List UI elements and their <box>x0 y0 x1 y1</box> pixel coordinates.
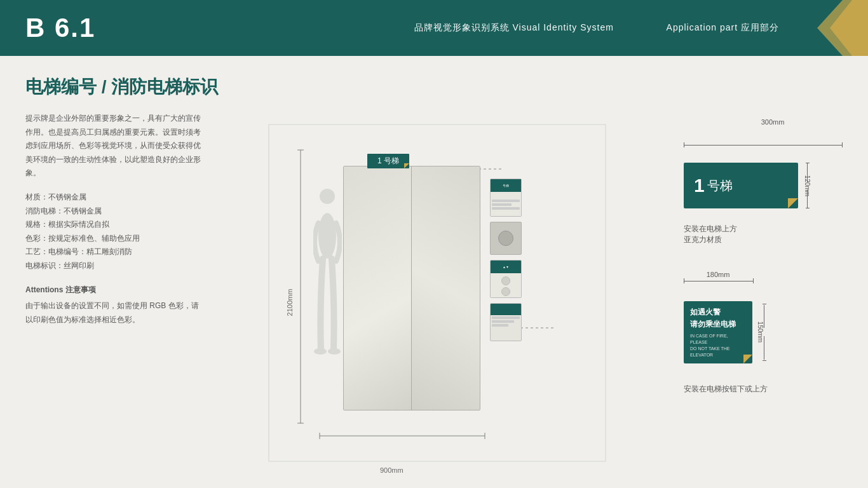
svg-point-13 <box>314 348 327 355</box>
width-dim-label: 900mm <box>380 466 403 474</box>
content-area: 提示牌是企业外部的重要形象之一，具有广大的宣传作用。也是提高员工归属感的重要元素… <box>25 112 843 487</box>
page-code: B 6.1 <box>25 13 95 43</box>
attention-block: Attentions 注意事项 由于输出设备的设置不同，如需使用 RGB 色彩，… <box>25 283 203 327</box>
fire-warning-sign: 如遇火警 请勿乘坐电梯 IN CASE OF FIRE, PLEASE DO N… <box>684 301 752 363</box>
dim-bracket-1 <box>684 142 843 147</box>
header-subtitle: 品牌视觉形象识别系统 Visual Identity System <box>414 22 614 34</box>
sign-2-row: 如遇火警 请勿乘坐电梯 IN CASE OF FIRE, PLEASE DO N… <box>684 301 843 363</box>
svg-point-14 <box>328 348 341 355</box>
height-dim-2-bracket: 150mm <box>757 304 771 361</box>
dim-annotation-1: 300mm <box>684 118 843 126</box>
elevator-sign-text: 1 号梯 <box>377 156 399 165</box>
fire-elevator-label: 消防电梯：不锈钢金属 <box>25 205 203 219</box>
color-label: 色彩：按规定标准色、辅助色应用 <box>25 232 203 246</box>
caption-1: 安装在电梯上方 亚克力材质 <box>684 224 843 245</box>
width-dim-1: 300mm <box>703 118 843 126</box>
caption-2: 安装在电梯按钮下或上方 <box>684 384 843 395</box>
elevator-sign-top: 1 号梯 <box>367 154 409 168</box>
fire-sign-cn: 如遇火警 请勿乘坐电梯 <box>690 306 746 330</box>
sign-label: 电梯标识：丝网印刷 <box>25 259 203 273</box>
svg-point-11 <box>320 189 335 204</box>
elevator-door-right <box>412 166 480 410</box>
sign1-text: 号梯 <box>707 177 733 194</box>
small-signs-col: 号梯 ▲▼ <box>490 179 522 341</box>
caption2-text: 安装在电梯按钮下或上方 <box>684 384 843 395</box>
header-deco <box>804 0 868 56</box>
attention-desc: 由于输出设备的设置不同，如需使用 RGB 色彩，请以印刷色值为标准选择相近色彩。 <box>25 299 203 327</box>
small-sign-1: 号梯 <box>490 179 522 217</box>
elevator-door-left <box>344 166 412 410</box>
small-sign-3: ▲▼ <box>490 260 522 298</box>
description-block: 提示牌是企业外部的重要形象之一，具有广大的宣传作用。也是提高员工归属感的重要元素… <box>25 112 203 180</box>
page-title: 电梯编号 / 消防电梯标识 <box>25 75 843 99</box>
sign1-number: 1 <box>694 175 705 196</box>
elevator-body <box>343 166 480 410</box>
height-dim-1: 120mm <box>803 163 818 208</box>
diagram-wrapper: 2100mm 900mm <box>256 118 625 487</box>
svg-point-12 <box>318 213 336 259</box>
right-panel: 300mm 1 号梯 120mm <box>677 112 843 487</box>
height-dim-1-label: 120mm <box>804 175 811 196</box>
human-silhouette <box>313 185 342 416</box>
specs-block: 材质：不锈钢金属 消防电梯：不锈钢金属 规格：根据实际情况自拟 色彩：按规定标准… <box>25 191 203 273</box>
craft-label: 工艺：电梯编号：精工雕刻消防 <box>25 245 203 259</box>
sign-1-row: 1 号梯 120mm <box>684 163 843 208</box>
description-text: 提示牌是企业外部的重要形象之一，具有广大的宣传作用。也是提高员工归属感的重要元素… <box>25 112 203 180</box>
spec-label: 规格：根据实际情况自拟 <box>25 218 203 232</box>
small-sign-4 <box>490 303 522 341</box>
center-diagram: 2100mm 900mm <box>216 112 665 487</box>
dim-annotation-2: 180mm <box>684 271 843 286</box>
left-panel: 提示牌是企业外部的重要形象之一，具有广大的宣传作用。也是提高员工归属感的重要元素… <box>25 112 203 487</box>
height-dim-label: 2100mm <box>286 289 294 316</box>
width-dim-2: 180mm <box>684 271 752 278</box>
caption1-line2: 亚克力材质 <box>684 234 843 245</box>
header-section: Application part 应用部分 <box>667 22 779 34</box>
elevator-number-sign: 1 号梯 <box>684 163 798 208</box>
fire-sign-en: IN CASE OF FIRE, PLEASE DO NOT TAKE THE … <box>690 333 746 358</box>
header: B 6.1 品牌视觉形象识别系统 Visual Identity System … <box>0 0 868 56</box>
small-sign-2 <box>490 222 522 255</box>
material-label: 材质：不锈钢金属 <box>25 191 203 205</box>
attention-title: Attentions 注意事项 <box>25 283 203 297</box>
caption1-line1: 安装在电梯上方 <box>684 224 843 234</box>
main-content: 电梯编号 / 消防电梯标识 提示牌是企业外部的重要形象之一，具有广大的宣传作用。… <box>0 56 868 488</box>
height-dim-2-label: 150mm <box>757 322 764 342</box>
